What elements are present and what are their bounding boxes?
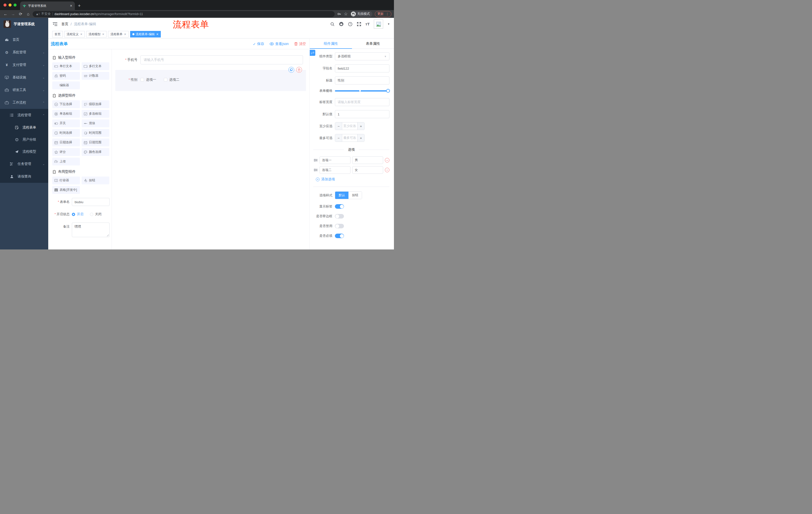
github-icon[interactable] xyxy=(339,22,344,26)
palette-item-开关[interactable]: 开关 xyxy=(52,119,80,127)
window-minimize-button[interactable] xyxy=(8,3,11,6)
sidebar-item-系统管理[interactable]: ⚙ 系统管理⌄ xyxy=(0,46,48,59)
window-controls[interactable] xyxy=(3,3,17,6)
delete-component-button[interactable] xyxy=(296,67,302,73)
tag-close-icon[interactable]: ✕ xyxy=(156,33,158,36)
tag-流程表单-编辑[interactable]: 流程表单-编辑✕ xyxy=(130,31,161,37)
toggle-是否禁用[interactable] xyxy=(335,224,344,228)
tab-close-icon[interactable]: ✕ xyxy=(70,4,72,7)
forward-icon[interactable]: → xyxy=(10,12,16,16)
form-name-input[interactable]: biubiu xyxy=(72,198,110,206)
address-bar[interactable]: ▲! 不安全 dashboard.yudao.iocoder.cn/bpm/ma… xyxy=(33,11,335,17)
gender-option-2[interactable]: 选项二 xyxy=(164,77,180,82)
sidebar-item-请假查询[interactable]: 请假查询 xyxy=(0,170,48,183)
bookmark-star-icon[interactable]: ☆ xyxy=(344,11,348,17)
option-value-input[interactable]: 女 xyxy=(352,166,383,174)
sidebar-item-用户分组[interactable]: 用户分组 xyxy=(0,134,48,145)
plus-icon[interactable]: + xyxy=(357,134,364,141)
reload-icon[interactable]: ⟳ xyxy=(18,11,24,16)
option-label-input[interactable]: 选项一 xyxy=(320,156,350,164)
sidebar-item-研发工具[interactable]: 研发工具⌄ xyxy=(0,84,48,96)
breadcrumb-home[interactable]: 首页 xyxy=(61,22,68,26)
tag-流程模型[interactable]: 流程模型✕ xyxy=(86,31,107,37)
option-label-input[interactable]: 选项二 xyxy=(320,166,350,174)
drag-handle-icon[interactable] xyxy=(313,168,318,172)
remark-textarea[interactable]: 嘿嘿 xyxy=(72,222,110,237)
status-radio-closed[interactable]: 关闭 xyxy=(90,210,102,218)
palette-item-日期范围[interactable]: 日期范围 xyxy=(82,139,109,146)
grid-slider[interactable] xyxy=(335,89,389,93)
palette-item-上传[interactable]: 上传 xyxy=(52,158,80,165)
toggle-是否必填[interactable] xyxy=(335,234,344,238)
gender-field-selected[interactable]: 性别 选项一 选项二 xyxy=(115,70,306,91)
palette-item-颜色选择[interactable]: 颜色选择 xyxy=(82,148,109,156)
gender-option-1[interactable]: 选项一 xyxy=(140,77,156,82)
palette-item-评分[interactable]: 评分 xyxy=(52,148,80,156)
sidebar-item-支付管理[interactable]: ¥ 支付管理⌄ xyxy=(0,59,48,71)
sidebar-item-首页[interactable]: 首页 xyxy=(0,33,48,46)
palette-item-计数器[interactable]: 123计数器 xyxy=(82,72,109,80)
palette-item-行容器[interactable]: 行容器 xyxy=(52,177,80,184)
min-select-stepper[interactable]: − 至少应选 + xyxy=(335,122,365,130)
drag-handle-icon[interactable] xyxy=(313,158,318,162)
palette-item-多选框组[interactable]: 多选框组 xyxy=(82,110,109,118)
copy-component-button[interactable] xyxy=(288,67,294,73)
update-button[interactable]: 更新 ⋮ xyxy=(375,11,392,17)
palette-item-时间选择[interactable]: 时间选择 xyxy=(52,129,80,137)
back-icon[interactable]: ← xyxy=(2,12,8,16)
palette-item-多行文本[interactable]: 多行文本 xyxy=(82,62,109,70)
default-value-input[interactable]: 1 xyxy=(335,110,389,118)
view-json-button[interactable]: 查看json xyxy=(269,42,289,46)
sidebar-item-流程表单[interactable]: 流程表单 xyxy=(0,121,48,134)
clear-button[interactable]: 清空 xyxy=(294,42,306,46)
browser-tab[interactable]: 芋道管理系统 ✕ xyxy=(20,1,75,10)
phone-input[interactable]: 请输入手机号 xyxy=(140,55,303,64)
fullscreen-icon[interactable] xyxy=(357,22,361,26)
search-icon[interactable] xyxy=(330,22,335,26)
avatar-caret-icon[interactable]: ▼ xyxy=(387,23,390,25)
minus-icon[interactable]: − xyxy=(335,134,342,141)
component-type-select[interactable]: 多选框组▼ xyxy=(335,52,389,60)
avatar[interactable] xyxy=(374,19,383,29)
window-close-button[interactable] xyxy=(3,3,6,6)
save-button[interactable]: ✓ 保存 xyxy=(253,42,264,46)
sidebar-item-基础设施[interactable]: 基础设施⌄ xyxy=(0,71,48,84)
palette-item-按钮[interactable]: 按钮 xyxy=(82,177,109,184)
home-icon[interactable]: ⌂ xyxy=(25,12,31,16)
tab-form-props[interactable]: 表单属性 xyxy=(352,39,394,49)
tag-首页[interactable]: 首页 xyxy=(52,31,63,37)
toggle-显示标签[interactable] xyxy=(335,204,344,209)
chrome-menu-icon[interactable]: ⋮ xyxy=(386,12,389,16)
tag-close-icon[interactable]: ✕ xyxy=(124,33,126,36)
tag-流程表单[interactable]: 流程表单✕ xyxy=(108,31,128,37)
palette-item-表格[开发中][interactable]: 表格[开发中] xyxy=(52,186,80,194)
window-maximize-button[interactable] xyxy=(13,3,17,6)
new-tab-button[interactable]: + xyxy=(78,3,81,8)
tag-close-icon[interactable]: ✕ xyxy=(80,33,82,36)
tab-component-props[interactable]: 组件属性 xyxy=(310,39,352,49)
palette-item-日期选择[interactable]: 日期选择 xyxy=(52,139,80,146)
sidebar-collapse-icon[interactable] xyxy=(52,22,58,26)
status-radio-open[interactable]: 开启 xyxy=(72,210,83,218)
style-button-button[interactable]: 按钮 xyxy=(348,192,362,199)
slider-handle[interactable] xyxy=(386,89,390,93)
style-default-button[interactable]: 默认 xyxy=(335,192,348,199)
checkbox-icon[interactable] xyxy=(140,78,144,81)
phone-field[interactable]: 手机号 请输入手机号 xyxy=(115,55,306,64)
add-option-button[interactable]: + 添加选项 xyxy=(316,177,389,182)
plus-icon[interactable]: + xyxy=(357,123,364,130)
palette-item-单行文本[interactable]: 单行文本 xyxy=(52,62,80,70)
help-icon[interactable]: ? xyxy=(348,22,352,26)
max-select-stepper[interactable]: − 最多可选 + xyxy=(335,134,365,142)
field-name-input[interactable]: field122 xyxy=(335,64,389,73)
checkbox-icon[interactable] xyxy=(164,78,167,81)
sidebar-item-流程管理[interactable]: 流程管理⌃ xyxy=(0,109,48,121)
sidebar-item-流程模型[interactable]: 流程模型 xyxy=(0,145,48,158)
remove-option-icon[interactable]: − xyxy=(385,168,389,172)
palette-item-单选框组[interactable]: 单选框组 xyxy=(52,110,80,118)
palette-item-下拉选择[interactable]: 下拉选择 xyxy=(52,100,80,108)
sidebar-item-任务管理[interactable]: 任务管理⌄ xyxy=(0,158,48,170)
link-icon[interactable] xyxy=(310,50,315,56)
label-width-input[interactable]: 请输入标签宽度 xyxy=(335,98,389,106)
option-value-input[interactable]: 男 xyxy=(352,156,383,164)
